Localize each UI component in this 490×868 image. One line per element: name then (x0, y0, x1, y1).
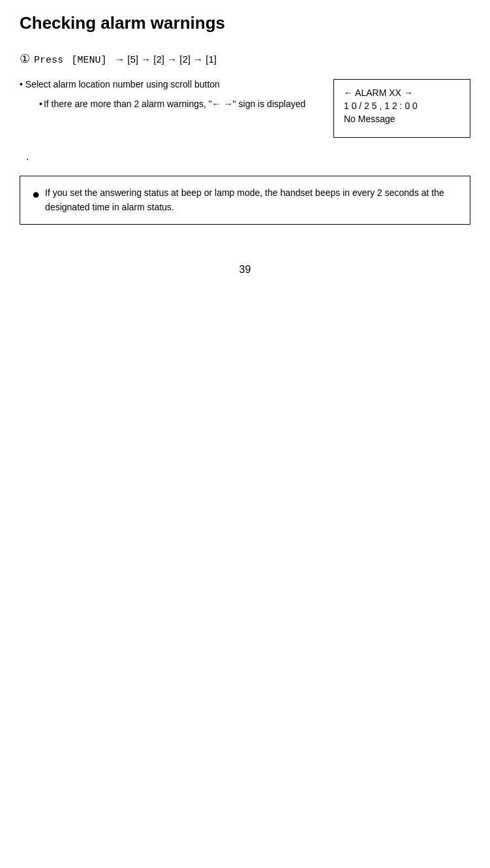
content-area: Select alarm location number using scrol… (20, 79, 470, 138)
display-line-1: ← ALARM XX → (344, 88, 460, 98)
step-press-label: Press (34, 55, 63, 66)
bullet-item-1: Select alarm location number using scrol… (20, 79, 320, 89)
display-box: ← ALARM XX → 1 0 / 2 5 , 1 2 : 0 0 No Me… (333, 79, 470, 138)
step-number: ① (20, 52, 30, 66)
step1-line: ① Press [MENU] → [5] → [2] → [2] → [1] (20, 52, 470, 66)
display-line-3: No Message (344, 114, 460, 124)
step-sequence: → [5] → [2] → [2] → [1] (115, 54, 217, 65)
page-title: Checking alarm warnings (20, 13, 470, 33)
step-menu-key: [MENU] (72, 55, 107, 66)
sub-bullet-item: If there are more than 2 alarm warnings,… (39, 99, 320, 109)
note-bullet-dot: ● (32, 185, 40, 202)
note-bullet-item: ● If you set the answering status at bee… (32, 185, 458, 215)
note-text: If you set the answering status at beep … (45, 185, 458, 215)
page-number: 39 (239, 264, 251, 275)
note-box: ● If you set the answering status at bee… (20, 176, 470, 225)
left-content: Select alarm location number using scrol… (20, 79, 333, 109)
display-line-2: 1 0 / 2 5 , 1 2 : 0 0 (344, 101, 460, 111)
step-text: Press [MENU] → [5] → [2] → [2] → [1] (34, 54, 217, 66)
dot-separator: . (26, 151, 470, 163)
